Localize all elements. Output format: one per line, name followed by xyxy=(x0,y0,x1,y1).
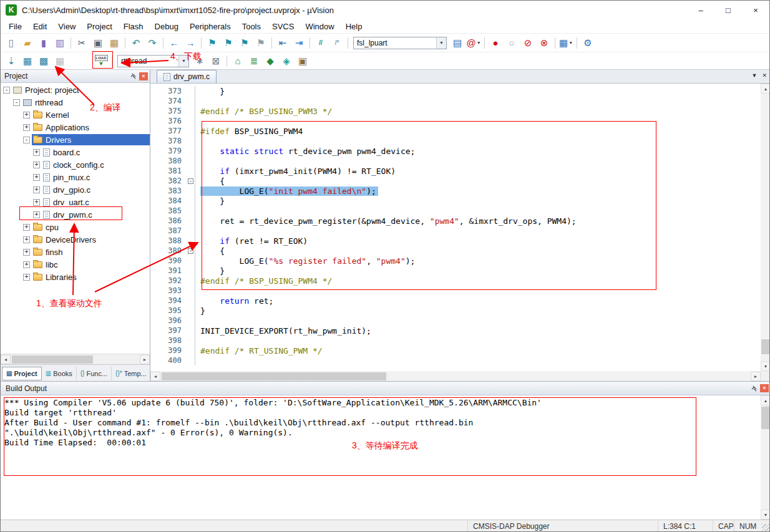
select-software-packs-icon[interactable]: ▣ xyxy=(295,54,310,69)
scroll-right-icon[interactable]: ► xyxy=(140,355,150,364)
paste-icon[interactable]: ▦ xyxy=(107,36,122,51)
bookmark-toggle-icon[interactable]: ⚑ xyxy=(205,36,220,51)
tree-item-clock-config-c[interactable]: +clock_config.c xyxy=(1,158,150,171)
cut-icon[interactable]: ✂ xyxy=(74,36,89,51)
panel-tab-books[interactable]: ▥Books xyxy=(42,367,77,380)
tree-item-devicedrivers[interactable]: +DeviceDrivers xyxy=(1,233,150,246)
expand-icon[interactable]: + xyxy=(23,236,30,243)
panel-tab-temp[interactable]: {}*Temp... xyxy=(112,367,151,380)
menu-item-peripherals[interactable]: Peripherals xyxy=(184,21,236,32)
code-line-383[interactable]: 383 LOG_E("init pwm4 failed\n"); xyxy=(150,186,761,196)
tree-item-drv-gpio-c[interactable]: +drv_gpio.c xyxy=(1,183,150,196)
code-line-395[interactable]: 395} xyxy=(150,306,761,316)
menu-item-debug[interactable]: Debug xyxy=(149,21,184,32)
tree-item-cpu[interactable]: +cpu xyxy=(1,221,150,233)
minimize-button[interactable]: – xyxy=(687,1,714,19)
editor-vscrollbar[interactable]: ▲ ▼ xyxy=(761,84,770,371)
chevron-down-icon[interactable]: ▼ xyxy=(477,41,481,45)
redo-icon[interactable]: ↷ xyxy=(145,36,160,51)
scroll-down-icon[interactable]: ▼ xyxy=(761,510,770,520)
close-tab-icon[interactable]: ✕ xyxy=(762,72,767,79)
manage-project-items-icon[interactable]: ≣ xyxy=(246,54,261,69)
tree-item-applications[interactable]: +Applications xyxy=(1,121,150,133)
build-icon[interactable]: ▦ xyxy=(20,54,35,69)
code-line-387[interactable]: 387 xyxy=(150,226,761,236)
collapse-icon[interactable]: - xyxy=(23,137,30,143)
chevron-down-icon[interactable]: ▼ xyxy=(436,37,446,49)
tree-item-rtthread[interactable]: -rtthread xyxy=(1,96,150,109)
code-line-373[interactable]: 373 } xyxy=(150,86,761,96)
chevron-down-icon[interactable]: ▼ xyxy=(178,56,188,67)
kill-all-breakpoints-icon[interactable]: ⊗ xyxy=(537,36,552,51)
navigate-back-icon[interactable]: ← xyxy=(167,36,182,51)
build-output-vscrollbar[interactable]: ▲ ▼ xyxy=(761,395,770,520)
menu-item-help[interactable]: Help xyxy=(340,21,368,32)
menu-item-flash[interactable]: Flash xyxy=(118,21,149,32)
pack-installer-icon[interactable]: ◆ xyxy=(263,54,278,69)
expand-icon[interactable]: + xyxy=(23,224,30,231)
expand-icon[interactable]: + xyxy=(33,186,40,193)
tree-item-board-c[interactable]: +board.c xyxy=(1,146,150,158)
code-line-399[interactable]: 399#endif /* RT_USING_PWM */ xyxy=(150,346,761,355)
code-line-386[interactable]: 386 ret = rt_device_pwm_register(&pwm4_d… xyxy=(150,216,761,226)
expand-icon[interactable]: + xyxy=(33,174,40,181)
scroll-down-icon[interactable]: ▼ xyxy=(761,361,770,371)
close-button[interactable]: × xyxy=(742,1,769,19)
menu-item-file[interactable]: File xyxy=(3,21,27,32)
save-all-icon[interactable]: ▥ xyxy=(52,36,67,51)
menu-item-svcs[interactable]: SVCS xyxy=(266,21,300,32)
code-line-375[interactable]: 375#endif /* BSP_USING_PWM3 */ xyxy=(150,106,761,116)
tree-item-project-project[interactable]: -Project: project xyxy=(1,84,150,96)
navigate-forward-icon[interactable]: → xyxy=(183,36,198,51)
options-for-target-icon[interactable]: ∗ xyxy=(192,54,207,69)
find-icon[interactable]: @▼ xyxy=(466,36,481,51)
code-line-384[interactable]: 384 } xyxy=(150,196,761,206)
collapse-icon[interactable]: - xyxy=(13,99,20,106)
code-line-382[interactable]: 382- { xyxy=(150,176,761,186)
window-layout-icon[interactable]: ▦▼ xyxy=(558,36,573,51)
code-line-379[interactable]: 379 static struct rt_device_pwm pwm4_dev… xyxy=(150,146,761,156)
panel-tab-func[interactable]: {}Func... xyxy=(77,367,112,380)
tree-item-kernel[interactable]: +Kernel xyxy=(1,109,150,121)
scroll-thumb[interactable] xyxy=(761,339,770,354)
code-editor[interactable]: 373 }374375#endif /* BSP_USING_PWM3 */37… xyxy=(150,84,761,371)
build-output-text[interactable]: *** Using Compiler 'V5.06 update 6 (buil… xyxy=(1,395,761,520)
expand-icon[interactable]: + xyxy=(23,249,30,256)
find-in-files-icon[interactable]: ▤ xyxy=(450,36,465,51)
resize-grip[interactable] xyxy=(762,524,770,532)
fold-collapse-icon[interactable]: - xyxy=(188,178,193,184)
close-panel-icon[interactable]: × xyxy=(760,384,769,392)
scroll-up-icon[interactable]: ▲ xyxy=(761,395,770,405)
tree-item-libc[interactable]: +libc xyxy=(1,258,150,271)
editor-hscrollbar[interactable]: ◄ ► xyxy=(150,371,761,381)
scroll-right-icon[interactable]: ► xyxy=(751,372,761,381)
scroll-up-icon[interactable]: ▲ xyxy=(761,84,770,94)
find-text-combo[interactable]: fsl_lpuart▼ xyxy=(353,37,447,49)
tab-list-chevron-icon[interactable]: ▼ xyxy=(752,72,758,79)
insert-breakpoint-icon[interactable]: ● xyxy=(488,36,503,51)
translate-file-icon[interactable]: ⇣ xyxy=(4,54,19,69)
rebuild-icon[interactable]: ▩ xyxy=(36,54,51,69)
code-line-374[interactable]: 374 xyxy=(150,96,761,106)
code-line-397[interactable]: 397INIT_DEVICE_EXPORT(rt_hw_pwm_init); xyxy=(150,326,761,336)
batch-build-icon[interactable]: ▦ xyxy=(52,54,67,69)
configure-tools-icon[interactable]: ⚙ xyxy=(580,36,595,51)
editor-tab-drv-pwm-c[interactable]: drv_pwm.c xyxy=(157,70,217,83)
code-line-393[interactable]: 393 xyxy=(150,286,761,296)
scroll-thumb[interactable] xyxy=(761,407,770,429)
unindent-icon[interactable]: ⇤ xyxy=(275,36,290,51)
code-line-376[interactable]: 376 xyxy=(150,116,761,126)
code-line-400[interactable]: 400 xyxy=(150,355,761,365)
panel-tab-project[interactable]: ▤Project xyxy=(2,367,42,380)
indent-icon[interactable]: ⇥ xyxy=(291,36,306,51)
menu-item-tools[interactable]: Tools xyxy=(236,21,266,32)
tree-item-libraries[interactable]: +Libraries xyxy=(1,271,150,283)
close-panel-icon[interactable]: × xyxy=(139,72,148,80)
expand-icon[interactable]: + xyxy=(23,124,30,131)
code-line-377[interactable]: 377#ifdef BSP_USING_PWM4 xyxy=(150,126,761,136)
code-line-391[interactable]: 391 } xyxy=(150,266,761,276)
fold-collapse-icon[interactable]: - xyxy=(188,248,193,254)
copy-icon[interactable]: ▣ xyxy=(90,36,105,51)
menu-item-window[interactable]: Window xyxy=(300,21,339,32)
file-extensions-icon[interactable]: ⊠ xyxy=(208,54,223,69)
